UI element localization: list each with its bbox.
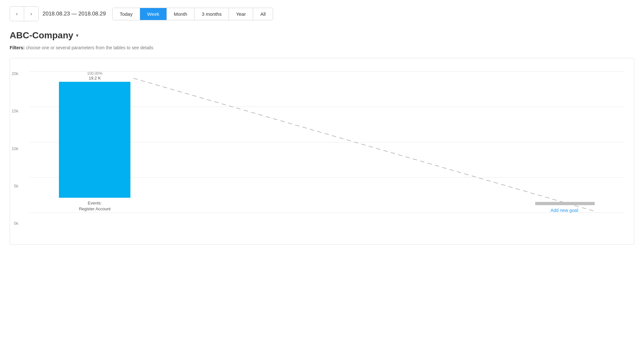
bar-percent: 100.00% — [87, 71, 102, 76]
bar-x-label-line2: Register Account — [79, 206, 110, 212]
bar — [59, 82, 130, 198]
bar-value: 19.2 K — [87, 76, 102, 81]
goal-bar — [535, 202, 595, 205]
nav-arrows: ‹ › — [10, 6, 39, 21]
period-month[interactable]: Month — [167, 8, 195, 20]
period-all[interactable]: All — [253, 8, 273, 20]
svg-line-0 — [133, 78, 594, 211]
filters-bar: Filters: choose one or several parameter… — [10, 45, 634, 50]
y-label-10k: 10k — [12, 146, 18, 151]
chart-area: 20k 15k 10k 5k 0k 100.00% 19.2 K E — [29, 71, 624, 226]
chart-container: 20k 15k 10k 5k 0k 100.00% 19.2 K E — [10, 58, 634, 245]
y-label-20k: 20k — [12, 71, 18, 76]
y-label-0k: 0k — [12, 221, 18, 226]
y-axis: 20k 15k 10k 5k 0k — [12, 71, 18, 226]
company-dropdown-icon[interactable]: ▾ — [76, 33, 78, 38]
bar-section: 100.00% 19.2 K Events: Register Account — [59, 71, 130, 213]
goal-section: Add new goal: — [535, 202, 595, 213]
filters-hint-text: choose one or several parameters from th… — [26, 45, 153, 50]
y-label-15k: 15k — [12, 109, 18, 113]
period-buttons: Today Week Month 3 months Year All — [112, 8, 273, 20]
filters-label: Filters: — [10, 45, 25, 50]
add-goal-label[interactable]: Add new goal: — [551, 208, 579, 213]
period-week[interactable]: Week — [140, 8, 167, 20]
top-nav: ‹ › 2018.08.23 — 2018.08.29 Today Week M… — [10, 6, 634, 21]
company-title: ABC-Company ▾ — [10, 30, 634, 41]
company-name: ABC-Company — [10, 30, 73, 41]
period-today[interactable]: Today — [113, 8, 140, 20]
bar-label-top: 100.00% 19.2 K — [87, 71, 102, 81]
y-label-5k: 5k — [12, 184, 18, 188]
period-year[interactable]: Year — [229, 8, 253, 20]
next-button[interactable]: › — [24, 7, 38, 21]
bar-x-label-line1: Events: — [79, 200, 110, 206]
date-range: 2018.08.23 — 2018.08.29 — [43, 11, 106, 17]
bar-x-label: Events: Register Account — [79, 200, 110, 212]
prev-button[interactable]: ‹ — [10, 7, 24, 21]
period-3months[interactable]: 3 months — [194, 8, 229, 20]
